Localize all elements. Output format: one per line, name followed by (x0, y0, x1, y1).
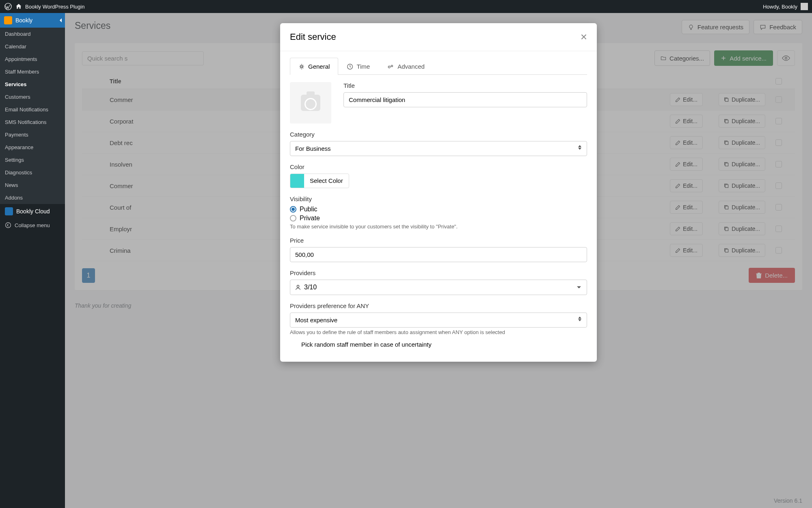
sidebar-item-calendar[interactable]: Calendar (0, 40, 65, 53)
tab-general-label: General (308, 63, 330, 70)
sidebar-item-payments[interactable]: Payments (0, 128, 65, 141)
sidebar-item-sms-notifications[interactable]: SMS Notifications (0, 116, 65, 128)
bookly-icon (4, 16, 12, 24)
avatar[interactable] (801, 3, 808, 10)
category-label: Category (290, 131, 587, 138)
collapse-icon (5, 222, 11, 228)
modal-title: Edit service (290, 32, 336, 42)
clock-icon (347, 63, 353, 70)
sidebar-head-label: Bookly (15, 17, 32, 24)
price-label: Price (290, 237, 587, 244)
providers-select[interactable]: 3/10 (290, 280, 587, 295)
visibility-label: Visibility (290, 195, 587, 202)
admin-bar: Bookly WordPress Plugin Howdy, Bookly (0, 0, 812, 13)
sidebar-item-diagnostics[interactable]: Diagnostics (0, 166, 65, 179)
select-color-label: Select Color (304, 174, 349, 188)
sidebar-item-appointments[interactable]: Appointments (0, 53, 65, 65)
pref-select[interactable]: Most expensive (290, 313, 587, 328)
radio-public[interactable] (290, 206, 296, 213)
close-icon[interactable]: × (581, 31, 587, 43)
service-image-placeholder[interactable] (290, 82, 331, 124)
gears-icon (387, 63, 394, 70)
pref-help: Allows you to define the rule of staff m… (290, 329, 587, 335)
main-content: Services Feature requests Feedback (65, 13, 812, 508)
pref-label: Providers preference for ANY (290, 302, 587, 309)
collapse-label: Collapse menu (15, 222, 50, 228)
random-staff-label: Pick random staff member in case of unce… (301, 341, 587, 348)
sidebar-item-customers[interactable]: Customers (0, 91, 65, 103)
sidebar-heading[interactable]: Bookly (0, 13, 65, 28)
tab-time[interactable]: Time (338, 58, 378, 75)
tab-general[interactable]: General (290, 58, 338, 75)
title-input[interactable] (343, 92, 587, 107)
camera-icon (301, 95, 320, 111)
color-label: Color (290, 163, 587, 170)
cloud-icon (5, 207, 13, 215)
visibility-help: To make service invisible to your custom… (290, 224, 587, 230)
visibility-private-option[interactable]: Private (290, 215, 587, 222)
svg-point-16 (297, 285, 299, 287)
greeting-text[interactable]: Howdy, Bookly (763, 4, 797, 10)
svg-point-1 (6, 223, 11, 228)
color-swatch (290, 174, 304, 188)
providers-value: 3/10 (304, 284, 317, 291)
sidebar-item-news[interactable]: News (0, 179, 65, 191)
sidebar-item-staff-members[interactable]: Staff Members (0, 65, 65, 78)
title-label: Title (343, 82, 587, 89)
site-title[interactable]: Bookly WordPress Plugin (25, 4, 84, 10)
color-picker[interactable]: Select Color (290, 174, 349, 188)
svg-point-15 (391, 65, 393, 67)
sidebar-item-addons[interactable]: Addons (0, 191, 65, 204)
admin-sidebar: Bookly DashboardCalendarAppointmentsStaf… (0, 13, 65, 508)
gear-icon (298, 63, 305, 70)
radio-private[interactable] (290, 215, 296, 221)
sidebar-cloud-label: Bookly Cloud (16, 208, 50, 215)
price-input[interactable] (290, 247, 587, 262)
sidebar-item-services[interactable]: Services (0, 78, 65, 91)
home-icon[interactable] (15, 3, 22, 10)
collapse-menu[interactable]: Collapse menu (0, 219, 65, 232)
chevron-left-icon (59, 18, 63, 22)
public-label: Public (300, 206, 317, 213)
tab-advanced[interactable]: Advanced (378, 58, 433, 75)
sidebar-item-email-notifications[interactable]: Email Notifications (0, 103, 65, 116)
user-icon (295, 284, 301, 290)
edit-service-modal: Edit service × General Time (280, 23, 597, 362)
private-label: Private (300, 215, 320, 222)
svg-point-14 (388, 66, 390, 68)
sidebar-item-appearance[interactable]: Appearance (0, 141, 65, 154)
svg-point-12 (301, 65, 303, 67)
tab-advanced-label: Advanced (397, 63, 425, 70)
sidebar-item-cloud[interactable]: Bookly Cloud (0, 204, 65, 219)
tab-time-label: Time (356, 63, 370, 70)
sidebar-item-settings[interactable]: Settings (0, 154, 65, 166)
providers-label: Providers (290, 269, 587, 276)
visibility-public-option[interactable]: Public (290, 206, 587, 213)
sidebar-item-dashboard[interactable]: Dashboard (0, 28, 65, 40)
wordpress-logo-icon[interactable] (4, 2, 12, 11)
category-select[interactable]: For Business (290, 141, 587, 156)
